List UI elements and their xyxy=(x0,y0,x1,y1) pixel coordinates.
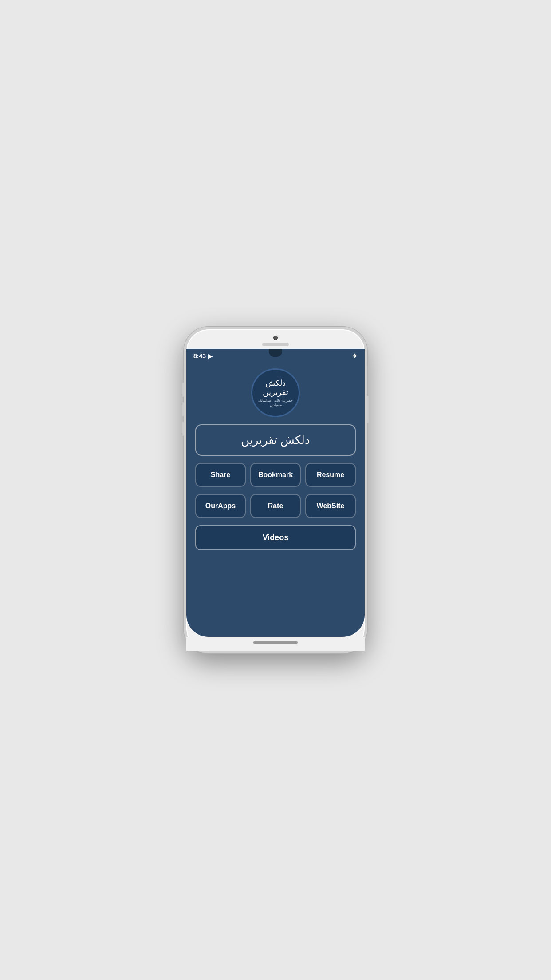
bookmark-button[interactable]: Bookmark xyxy=(250,463,301,487)
videos-button[interactable]: Videos xyxy=(195,525,356,550)
airplane-icon: ✈ xyxy=(352,352,358,360)
phone-top xyxy=(186,329,365,349)
status-left: 8:43 ▶ xyxy=(193,352,213,360)
button-row-2: OurApps Rate WebSite xyxy=(195,494,356,518)
app-content: دلکش تقریریں حضرت علامہ عبدالمالک مصباحی… xyxy=(186,361,365,637)
home-indicator-area xyxy=(186,637,365,651)
website-button[interactable]: WebSite xyxy=(305,494,356,518)
ourapps-button[interactable]: OurApps xyxy=(195,494,246,518)
home-bar[interactable] xyxy=(253,641,298,644)
phone-screen: 8:43 ▶ ✈ دلکش تقریریں حضرت علامہ عبدالما… xyxy=(186,349,365,637)
play-icon: ▶ xyxy=(208,353,213,359)
app-logo: دلکش تقریریں حضرت علامہ عبدالمالک مصباحی xyxy=(251,368,300,417)
share-button[interactable]: Share xyxy=(195,463,246,487)
title-button[interactable]: دلکش تقریریں xyxy=(195,424,356,456)
button-row-1: Share Bookmark Resume xyxy=(195,463,356,487)
rate-button[interactable]: Rate xyxy=(250,494,301,518)
logo-title: دلکش تقریریں xyxy=(256,379,295,398)
phone-frame: 8:43 ▶ ✈ دلکش تقریریں حضرت علامہ عبدالما… xyxy=(184,327,367,653)
status-time: 8:43 xyxy=(193,352,206,360)
resume-button[interactable]: Resume xyxy=(305,463,356,487)
front-camera xyxy=(273,336,278,340)
screen-notch xyxy=(269,349,282,357)
speaker-grille xyxy=(262,343,289,346)
logo-subtitle: حضرت علامہ عبدالمالک مصباحی xyxy=(256,399,295,407)
status-right: ✈ xyxy=(352,352,358,360)
